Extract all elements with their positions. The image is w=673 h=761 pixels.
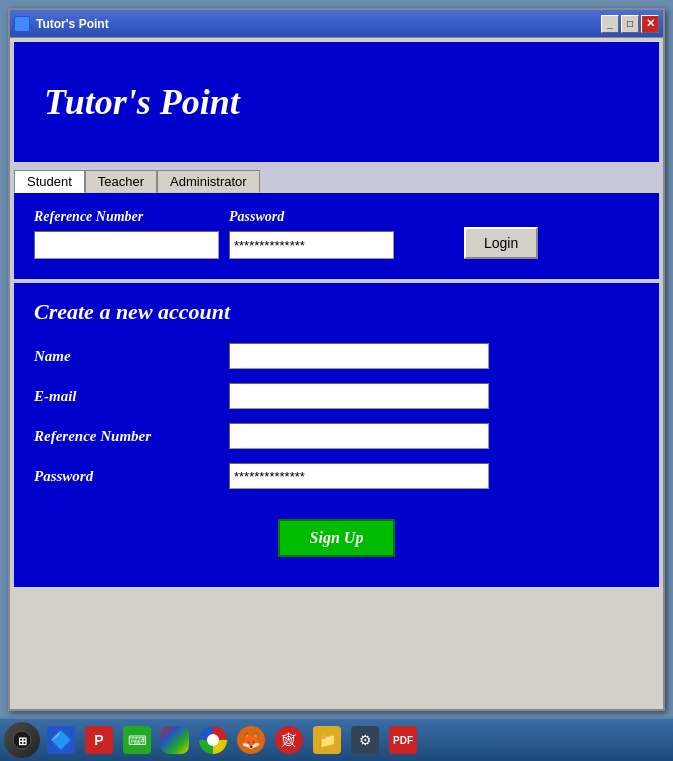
taskbar: ⊞ 🔷 P ⌨ 🦊 🕸 📁 ⚙ PDF bbox=[0, 717, 673, 761]
svg-text:⊞: ⊞ bbox=[18, 735, 27, 747]
signup-row: Sign Up bbox=[34, 519, 639, 557]
password-label: Password bbox=[229, 209, 394, 225]
header-area: Tutor's Point bbox=[14, 42, 659, 162]
taskbar-icon-files[interactable]: 📁 bbox=[310, 723, 344, 757]
signup-button[interactable]: Sign Up bbox=[278, 519, 396, 557]
taskbar-icon-3d[interactable]: 🔷 bbox=[44, 723, 78, 757]
start-button[interactable]: ⊞ bbox=[4, 722, 40, 758]
password-input[interactable] bbox=[229, 231, 394, 259]
create-account-panel: Create a new account Name E-mail Referen… bbox=[14, 283, 659, 587]
taskbar-icon-firefox[interactable]: 🦊 bbox=[234, 723, 268, 757]
name-label: Name bbox=[34, 348, 219, 365]
create-ref-input[interactable] bbox=[229, 423, 489, 449]
login-panel: Reference Number Password Login bbox=[14, 193, 659, 279]
email-row: E-mail bbox=[34, 383, 639, 409]
create-pwd-input[interactable] bbox=[229, 463, 489, 489]
email-input[interactable] bbox=[229, 383, 489, 409]
taskbar-icon-powerpoint[interactable]: P bbox=[82, 723, 116, 757]
title-bar-text: Tutor's Point bbox=[14, 16, 109, 32]
minimize-button[interactable]: _ bbox=[601, 15, 619, 33]
taskbar-icon-multicolor[interactable] bbox=[158, 723, 192, 757]
app-title: Tutor's Point bbox=[44, 81, 240, 123]
login-button[interactable]: Login bbox=[464, 227, 538, 259]
app-icon bbox=[14, 16, 30, 32]
create-account-title: Create a new account bbox=[34, 299, 639, 325]
taskbar-icon-calc[interactable]: ⌨ bbox=[120, 723, 154, 757]
name-input[interactable] bbox=[229, 343, 489, 369]
tabs-row: Student Teacher Administrator bbox=[10, 166, 663, 193]
taskbar-icon-web[interactable]: 🕸 bbox=[272, 723, 306, 757]
email-label: E-mail bbox=[34, 388, 219, 405]
taskbar-icon-pdf[interactable]: PDF bbox=[386, 723, 420, 757]
maximize-button[interactable]: □ bbox=[621, 15, 639, 33]
login-fields: Reference Number Password Login bbox=[34, 209, 639, 259]
create-pwd-row: Password bbox=[34, 463, 639, 489]
ref-field-group: Reference Number bbox=[34, 209, 219, 259]
ref-number-label: Reference Number bbox=[34, 209, 219, 225]
name-row: Name bbox=[34, 343, 639, 369]
taskbar-icon-settings[interactable]: ⚙ bbox=[348, 723, 382, 757]
window-content: Tutor's Point Student Teacher Administra… bbox=[10, 42, 663, 587]
window-controls: _ □ ✕ bbox=[601, 15, 659, 33]
tab-student[interactable]: Student bbox=[14, 170, 85, 193]
tab-administrator[interactable]: Administrator bbox=[157, 170, 260, 193]
create-ref-label: Reference Number bbox=[34, 428, 219, 445]
ref-number-input[interactable] bbox=[34, 231, 219, 259]
create-ref-row: Reference Number bbox=[34, 423, 639, 449]
title-bar: Tutor's Point _ □ ✕ bbox=[10, 10, 663, 38]
taskbar-icon-chrome[interactable] bbox=[196, 723, 230, 757]
main-window: Tutor's Point _ □ ✕ Tutor's Point Studen… bbox=[8, 8, 665, 711]
pwd-field-group: Password bbox=[229, 209, 394, 259]
create-pwd-label: Password bbox=[34, 468, 219, 485]
close-button[interactable]: ✕ bbox=[641, 15, 659, 33]
tab-teacher[interactable]: Teacher bbox=[85, 170, 157, 193]
